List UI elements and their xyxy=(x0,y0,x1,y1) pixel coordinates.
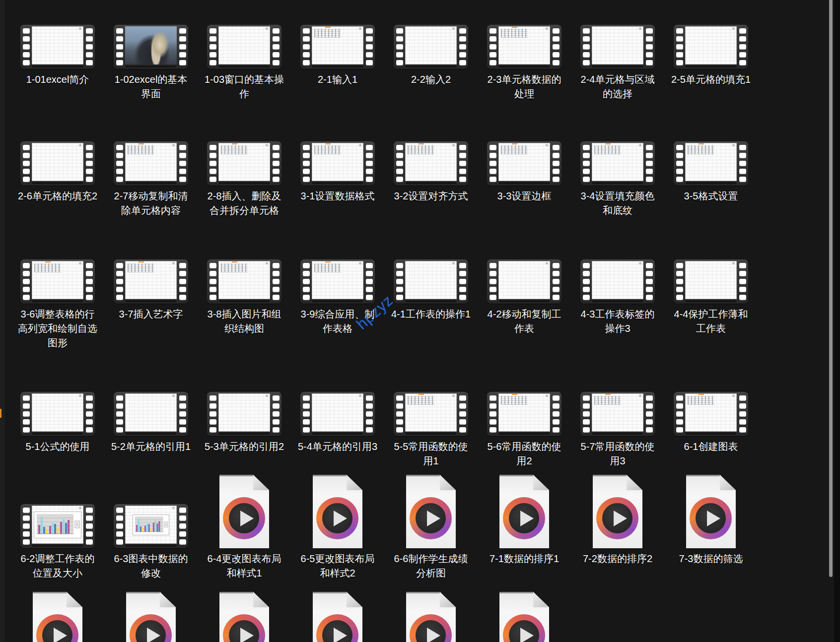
filmstrip-frame xyxy=(580,259,655,304)
filmstrip-frame xyxy=(300,25,375,69)
file-item[interactable]: 5-6常用函数的使用2 xyxy=(478,392,571,468)
spreadsheet-table-marks xyxy=(221,145,248,154)
file-item[interactable] xyxy=(478,592,571,642)
play-button-ring xyxy=(503,497,545,539)
file-item[interactable]: 6-5更改图表布局和样式2 xyxy=(291,475,384,580)
filmstrip-frame xyxy=(114,141,188,186)
file-item[interactable]: 3-2设置对齐方式 xyxy=(384,141,478,218)
file-item[interactable]: 4-1工作表的操作1 xyxy=(384,259,478,350)
file-item[interactable]: 1-02excel的基本界面 xyxy=(104,25,198,101)
video-file-icon xyxy=(126,592,176,642)
video-file-play-icon xyxy=(499,475,549,548)
file-name-label: 6-6制作学生成绩分析图 xyxy=(391,552,471,580)
file-item[interactable]: 4-2移动和复制工作表 xyxy=(478,259,571,350)
file-item[interactable] xyxy=(11,592,104,642)
file-item[interactable]: 1-01excel简介 xyxy=(11,25,104,101)
file-item[interactable]: 2-5单元格的填充1 xyxy=(664,25,758,101)
video-preview-frame xyxy=(498,261,550,299)
play-icon xyxy=(240,511,254,526)
file-item[interactable]: 3-7插入艺术字 xyxy=(104,259,198,350)
video-filmstrip-thumbnail xyxy=(487,392,561,436)
file-item[interactable]: 7-3数据的筛选 xyxy=(664,475,758,580)
file-item[interactable]: 4-4保护工作薄和工作表 xyxy=(664,259,758,350)
file-item[interactable]: 2-6单元格的填充2 xyxy=(11,141,104,218)
file-name-label: 2-2输入2 xyxy=(391,72,471,87)
sparkle-icon xyxy=(358,27,362,31)
folded-corner xyxy=(440,475,456,490)
file-item[interactable]: 4-3工作表标签的操作3 xyxy=(571,259,664,350)
filmstrip-perforations-right xyxy=(550,259,561,304)
video-file-icon xyxy=(313,475,362,548)
file-item[interactable]: 5-3单元格的引用2 xyxy=(198,392,291,468)
file-item[interactable]: 3-8插入图片和组织结构图 xyxy=(198,259,291,350)
spreadsheet-table-marks xyxy=(34,263,61,272)
filmstrip-frame xyxy=(487,141,561,186)
file-item[interactable]: 6-3图表中数据的修改 xyxy=(104,475,198,580)
file-item[interactable]: 7-1数据的排序1 xyxy=(478,475,571,580)
spreadsheet-table-marks xyxy=(314,145,341,154)
file-name-label: 5-3单元格的引用2 xyxy=(204,440,284,454)
folded-corner xyxy=(347,475,362,490)
file-item[interactable]: 5-5常用函数的使用1 xyxy=(384,392,478,468)
filmstrip-perforations-left xyxy=(20,25,32,69)
filmstrip-perforations-left xyxy=(207,259,218,304)
video-preview-frame xyxy=(592,261,643,299)
file-item[interactable]: 5-7常用函数的使用3 xyxy=(571,392,664,468)
filmstrip-frame xyxy=(300,141,375,186)
filmstrip-perforations-left xyxy=(580,25,592,69)
filmstrip-perforations-left xyxy=(394,141,405,186)
grid-row xyxy=(11,592,571,642)
file-name-label: 5-2单元格的引用1 xyxy=(111,440,191,454)
video-preview-frame xyxy=(312,26,363,64)
file-name-label: 3-5格式设置 xyxy=(671,189,751,203)
file-item[interactable]: 5-4单元格的引用3 xyxy=(291,392,384,468)
file-item[interactable]: 5-2单元格的引用1 xyxy=(104,392,198,468)
file-item[interactable]: 6-4更改图表布局和样式1 xyxy=(198,475,291,580)
file-item[interactable]: 3-6调整表格的行高列宽和绘制自选图形 xyxy=(11,259,104,350)
file-item[interactable]: 6-6制作学生成绩分析图 xyxy=(384,475,478,580)
file-item[interactable] xyxy=(104,592,198,642)
video-preview-frame xyxy=(592,143,643,181)
folded-corner xyxy=(253,592,269,607)
file-item[interactable]: 7-2数据的排序2 xyxy=(571,475,664,580)
file-item[interactable]: 3-5格式设置 xyxy=(664,141,758,218)
file-item[interactable]: 3-3设置边框 xyxy=(478,141,571,218)
video-preview-frame xyxy=(32,26,83,64)
file-item[interactable]: 5-1公式的使用 xyxy=(11,392,104,468)
file-item[interactable] xyxy=(291,592,384,642)
file-item[interactable]: 3-1设置数据格式 xyxy=(291,141,384,218)
filmstrip-perforations-right xyxy=(83,141,95,186)
file-item[interactable]: 3-4设置填充颜色和底纹 xyxy=(571,141,664,218)
file-item[interactable] xyxy=(198,592,291,642)
movie-still-thumbnail xyxy=(125,26,177,64)
sparkle-icon xyxy=(451,143,455,148)
file-name-label: 2-1输入1 xyxy=(297,72,378,87)
file-item[interactable]: 1-03窗口的基本操作 xyxy=(198,25,291,101)
file-item[interactable]: 2-1输入1 xyxy=(291,25,384,101)
filmstrip-perforations-left xyxy=(207,392,218,436)
grid-row: 6-2调整工作表的位置及大小 xyxy=(11,475,758,580)
file-name-label: 7-2数据的排序2 xyxy=(577,552,658,566)
folded-corner xyxy=(533,475,549,490)
filmstrip-perforations-left xyxy=(394,259,405,304)
spreadsheet-table-marks xyxy=(501,145,528,154)
sparkle-icon xyxy=(638,394,642,398)
file-name-label: 2-6单元格的填充2 xyxy=(17,189,98,203)
file-item[interactable]: 2-2输入2 xyxy=(384,25,478,101)
sparkle-icon xyxy=(171,261,175,266)
file-name-label: 6-1创建图表 xyxy=(671,440,751,454)
file-item[interactable]: 2-3单元格数据的处理 xyxy=(478,25,571,101)
filmstrip-frame xyxy=(674,25,748,69)
file-item[interactable]: 3-9综合应用、制作表格 xyxy=(291,259,384,350)
file-item[interactable]: 6-1创建图表 xyxy=(664,392,758,468)
file-item[interactable]: 2-8插入、删除及合并拆分单元格 xyxy=(198,141,291,218)
file-item[interactable] xyxy=(384,592,478,642)
file-item[interactable]: 2-7移动复制和清除单元格内容 xyxy=(104,141,198,218)
vertical-scrollbar-thumb[interactable] xyxy=(829,0,833,577)
window-right-border xyxy=(834,0,840,642)
filmstrip-perforations-right xyxy=(270,259,281,304)
video-filmstrip-thumbnail xyxy=(20,475,95,548)
play-icon xyxy=(240,628,254,642)
file-item[interactable]: 2-4单元格与区域的选择 xyxy=(571,25,664,101)
file-item[interactable]: 6-2调整工作表的位置及大小 xyxy=(11,475,104,580)
